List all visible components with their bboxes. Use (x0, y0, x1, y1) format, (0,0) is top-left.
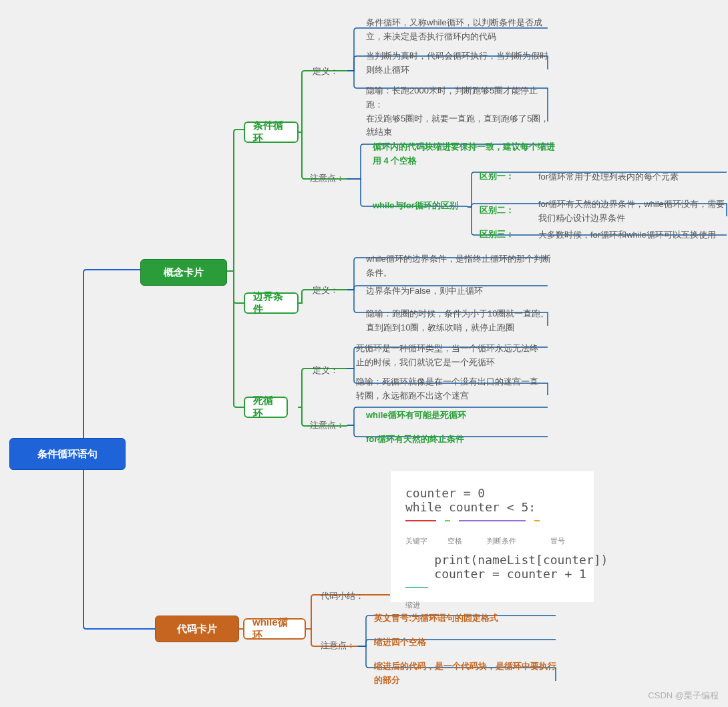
cl-note1: 循环内的代码块缩进要保持一致，建议每个缩进用 4 个空格 (373, 140, 560, 168)
bd-def3: 隐喻：跑圈的时候，条件为小于10圈就一直跑。直到跑到10圈，教练吹哨，就停止跑圈 (366, 307, 553, 335)
code-line-1: counter = 0 (405, 486, 580, 500)
dead-loop-node[interactable]: 死循环 (244, 397, 288, 418)
dl-def1: 死循环是一种循环类型，当一个循环永远无法终止的时候，我们就说它是一个死循环 (356, 342, 543, 370)
cl-def2: 当判断为真时，代码会循环执行，当判断为假时则终止循环 (366, 49, 553, 77)
code-snippet: counter = 0 while counter < 5: 关键字 空格 判断… (391, 471, 594, 602)
wl-n3: 缩进后的代码，是一个代码块，是循环中要执行的部分 (374, 660, 561, 688)
diff2-label: 区别二： (480, 204, 514, 216)
concept-card-node[interactable]: 概念卡片 (140, 259, 227, 286)
bd-def2: 边界条件为False，则中止循环 (366, 284, 483, 298)
bd-def1: while循环的边界条件，是指终止循环的那个判断条件。 (366, 252, 553, 280)
while-loop-node[interactable]: while循环 (243, 618, 306, 640)
diff2-text: for循环有天然的边界条件，while循环没有，需要我们精心设计边界条件 (538, 198, 725, 226)
cl-note2: while与for循环的区别 (373, 199, 458, 213)
code-line-2: while counter < 5: (405, 500, 580, 514)
dl-note2: for循环有天然的终止条件 (366, 433, 464, 447)
dl-note1: while循环有可能是死循环 (366, 409, 466, 423)
def-label-1: 定义： (313, 65, 339, 77)
diff1-label: 区别一： (480, 170, 514, 182)
wl-n2: 缩进四个空格 (374, 636, 426, 650)
diff3-label: 区别三： (480, 228, 514, 240)
wl-n1: 英文冒号:为循环语句的固定格式 (374, 612, 498, 626)
cl-def3: 隐喻：长跑2000米时，判断跑够5圈才能停止跑： 在没跑够5圈时，就要一直跑，直… (366, 84, 553, 140)
diff1-text: for循环常用于处理列表内的每个元素 (538, 170, 679, 184)
note-label-3: 注意点： (321, 640, 355, 652)
def-label-2: 定义： (313, 284, 339, 296)
code-card-node[interactable]: 代码卡片 (155, 616, 239, 642)
diff3-text: 大多数时候，for循环和while循环可以互换使用 (538, 228, 716, 242)
footer-attribution: CSDN @栗子编程 (648, 690, 719, 702)
root-node[interactable]: 条件循环语句 (9, 438, 126, 470)
code-summary-label: 代码小结： (321, 590, 364, 602)
note-label-2: 注意点： (310, 419, 345, 431)
def-label-3: 定义： (313, 365, 339, 377)
dl-def2: 隐喻：死循环就像是在一个没有出口的迷宫一直转圈，永远都跑不出这个迷宫 (356, 375, 543, 403)
boundary-node[interactable]: 边界条件 (244, 292, 299, 314)
cond-loop-node[interactable]: 条件循环 (244, 122, 299, 143)
cl-def1: 条件循环，又称while循环，以判断条件是否成立，来决定是否执行循环内的代码 (366, 16, 553, 44)
code-line-3: print(nameList[counter]) (405, 553, 580, 567)
note-label-1: 注意点： (310, 172, 345, 184)
code-line-4: counter = counter + 1 (405, 567, 580, 581)
